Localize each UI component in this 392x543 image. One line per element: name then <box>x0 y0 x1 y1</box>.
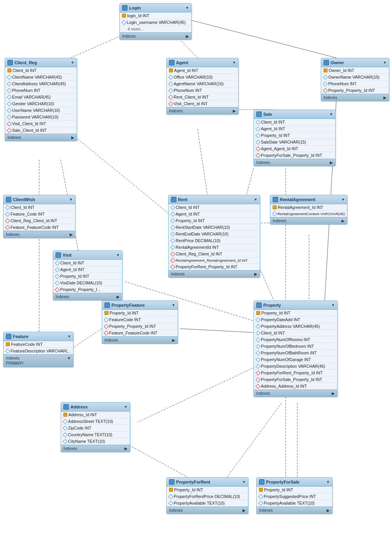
diamond-red-icon <box>168 101 173 106</box>
feature-footer[interactable]: Indexes ▼ PRIMARY <box>4 354 73 367</box>
field-r-2: Agent_Id INT <box>169 211 260 218</box>
field-r-5: RentEndDate VARCHAR(10) <box>169 231 260 237</box>
table-icon <box>273 197 278 202</box>
owner-table[interactable]: Owner ▼ Owner_Id INT OwnerName VARCHAR(1… <box>321 58 389 101</box>
dropdown-arrow[interactable]: ▼ <box>326 480 330 484</box>
client-reg-header: Client_Reg ▼ <box>5 58 77 67</box>
diamond-icon <box>255 357 261 362</box>
svg-line-4 <box>198 129 207 195</box>
property-table[interactable]: Property ▼ Property_Id INT PropertyDateA… <box>254 300 338 397</box>
diamond-icon <box>258 494 263 499</box>
client-reg-table[interactable]: Client_Reg ▼ Client_Id INT ClientName VA… <box>5 58 77 141</box>
field-cw-1: Client_Id INT <box>4 204 75 211</box>
field-pfr-1: Property_Id INT <box>167 487 248 493</box>
dropdown-arrow[interactable]: ▼ <box>68 334 71 338</box>
property-footer[interactable]: Indexes ▶ <box>254 390 337 397</box>
field-cr-6: Gender VARCHAR(10) <box>5 101 77 107</box>
client-wish-table[interactable]: ClientWish ▼ Client_Id INT Feature_Code … <box>3 195 76 238</box>
owner-footer[interactable]: Indexes ▶ <box>321 94 389 101</box>
agent-footer[interactable]: Indexes ▶ <box>167 107 238 114</box>
diamond-icon <box>255 324 261 329</box>
diamond-icon <box>255 126 261 131</box>
dropdown-arrow[interactable]: ▼ <box>342 198 345 201</box>
dropdown-arrow[interactable]: ▼ <box>172 303 175 307</box>
diamond-red-icon <box>170 252 175 257</box>
dropdown-arrow[interactable]: ▼ <box>329 112 333 116</box>
diamond-icon <box>170 225 175 230</box>
field-cr-9: Visit_Client_Id INT <box>5 120 77 127</box>
field-a-2: Office VARCHAR(10) <box>167 74 238 81</box>
dropdown-arrow[interactable]: ▼ <box>254 198 257 201</box>
diamond-icon <box>255 364 261 369</box>
field-pf-1: Property_Id INT <box>102 310 178 316</box>
visit-footer[interactable]: Indexes ▶ <box>53 293 122 300</box>
diamond-icon <box>63 432 68 437</box>
address-footer[interactable]: Indexes ▶ <box>61 445 130 452</box>
rental-agreement-table[interactable]: RentalAgreement ▼ RentalAgreement_Id INT… <box>270 195 347 225</box>
diamond-red-icon <box>323 88 328 93</box>
diamond-icon <box>258 501 263 506</box>
agent-table[interactable]: Agent ▼ Agent_Id INT Office VARCHAR(10) … <box>166 58 239 115</box>
field-p-10: PropertyForRent_Property_Id INT <box>254 370 337 376</box>
feature-primary-label: PRIMARY <box>6 361 23 366</box>
client-wish-footer[interactable]: Indexes ▶ <box>4 231 75 238</box>
login-footer[interactable]: Indexes ▶ <box>120 32 191 40</box>
dropdown-arrow[interactable]: ▼ <box>69 198 73 201</box>
dropdown-arrow[interactable]: ▼ <box>71 61 74 65</box>
table-icon <box>169 60 174 65</box>
diamond-red-icon <box>55 287 60 292</box>
diamond-icon <box>168 75 173 80</box>
diamond-icon <box>170 245 175 250</box>
address-table[interactable]: Address ▼ Address_Id INT AddressStreet T… <box>61 402 130 452</box>
field-addr-1: Address_Id INT <box>61 412 130 418</box>
diamond-icon <box>7 101 12 106</box>
property-for-sale-table[interactable]: PropertyForSale ▼ Property_Id INT Proper… <box>256 477 333 514</box>
login-table[interactable]: Login ▼ login_Id INT Login_username VARC… <box>119 3 192 40</box>
field-addr-3: ZipCode INT <box>61 425 130 432</box>
dropdown-arrow[interactable]: ▼ <box>124 405 128 409</box>
property-for-rent-table[interactable]: PropertyForRent ▼ Property_Id INT Proper… <box>166 477 248 514</box>
field-v-4: VisiDate DECIMAL(10) <box>53 280 122 286</box>
field-addr-5: CityName TEXT(10) <box>61 438 130 445</box>
field-ra-2: RentalAgreementContent VARCHAR(45) <box>270 211 347 217</box>
property-for-sale-footer[interactable]: Indexes ▶ <box>257 507 332 514</box>
diamond-icon <box>170 212 175 217</box>
sale-table[interactable]: Sale ▼ Client_Id INT Agent_Id INT Proper… <box>254 110 336 166</box>
diamond-red-icon <box>104 324 109 329</box>
field-r-8: Client_Reg_Client_Id INT <box>169 251 260 257</box>
client-reg-footer[interactable]: Indexes ▶ <box>5 134 77 141</box>
rental-agreement-footer[interactable]: Indexes ▶ <box>270 217 347 224</box>
feature-table[interactable]: Feature ▼ FeatureCode INT FeatureDescrip… <box>3 332 74 367</box>
diamond-icon <box>255 140 261 145</box>
field-v-5: Property_Property_I... <box>53 286 122 293</box>
diamond-icon <box>63 419 68 424</box>
table-icon <box>104 302 110 308</box>
field-cr-8: Password VARCHAR(10) <box>5 114 77 120</box>
property-feature-header: PropertyFeature ▼ <box>102 301 178 310</box>
property-feature-footer[interactable]: Indexes ▶ <box>102 336 178 343</box>
diagram-container: Login ▼ login_Id INT Login_username VARC… <box>0 0 392 543</box>
diamond-red-icon <box>5 225 10 230</box>
dropdown-arrow[interactable]: ▼ <box>116 253 120 257</box>
rent-footer[interactable]: Indexes ▶ <box>169 270 260 277</box>
field-s-6: PropertyForSale_Property_Id INT <box>254 152 335 159</box>
table-icon <box>6 334 11 339</box>
property-for-rent-footer[interactable]: Indexes ▶ <box>167 507 248 514</box>
dropdown-arrow[interactable]: ▼ <box>383 61 387 65</box>
visit-table[interactable]: Visit ▼ Client_Id INT Agent_Id INT Prope… <box>53 250 122 300</box>
field-r-3: Property_Id INT <box>169 218 260 224</box>
dropdown-arrow[interactable]: ▼ <box>242 480 246 484</box>
key-icon <box>273 205 277 209</box>
dropdown-arrow[interactable]: ▼ <box>331 303 335 307</box>
sale-footer[interactable]: Indexes ▶ <box>254 159 335 166</box>
login-title: Login <box>129 5 141 10</box>
dropdown-arrow[interactable]: ▼ <box>232 61 236 65</box>
diamond-icon <box>255 331 261 336</box>
field-a-5: Rent_Client_Id INT <box>167 94 238 101</box>
rent-table[interactable]: Rent ▼ Client_Id INT Agent_Id INT Proper… <box>168 195 260 278</box>
table-icon <box>259 479 264 485</box>
diamond-icon <box>255 337 261 342</box>
dropdown-arrow[interactable]: ▼ <box>185 6 189 10</box>
field-r-4: RentStartDate VARCHAR(10) <box>169 224 260 231</box>
property-feature-table[interactable]: PropertyFeature ▼ Property_Id INT Featur… <box>102 300 178 344</box>
